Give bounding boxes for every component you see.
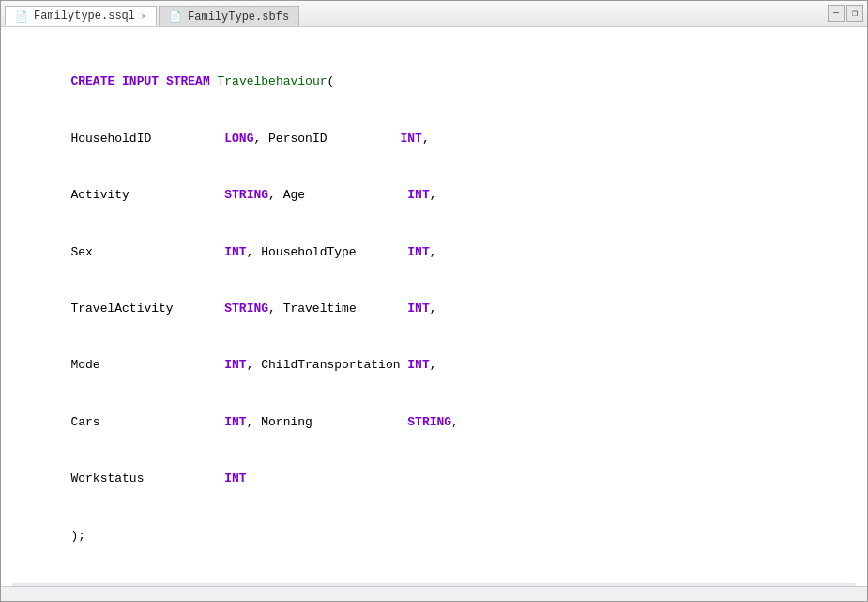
code-line: Workstatus INT — [12, 451, 856, 507]
tab-label-2: FamilyType.sbfs — [188, 10, 289, 23]
title-bar: 📄 Familytype.ssql ✕ 📄 FamilyType.sbfs ─ … — [1, 1, 867, 27]
horizontal-scrollbar[interactable] — [1, 586, 867, 601]
code-line: CREATE STREAM TravelBehaviour AS — [12, 583, 856, 586]
code-line: Activity STRING, Age INT, — [12, 167, 856, 224]
code-line: CREATE INPUT STREAM Travelbehaviour( — [12, 54, 856, 110]
code-line: ); — [12, 508, 856, 564]
restore-button[interactable]: ❐ — [846, 5, 863, 22]
code-line: Sex INT, HouseholdType INT, — [12, 224, 856, 280]
code-line: Cars INT, Morning STRING, — [12, 394, 856, 451]
code-editor[interactable]: CREATE INPUT STREAM Travelbehaviour( Hou… — [1, 27, 867, 586]
code-line — [12, 35, 856, 54]
editor-area: CREATE INPUT STREAM Travelbehaviour( Hou… — [1, 27, 867, 586]
window-controls: ─ ❐ — [828, 5, 863, 22]
tab-bar: 📄 Familytype.ssql ✕ 📄 FamilyType.sbfs — [1, 1, 301, 26]
file-icon: 📄 — [15, 10, 28, 23]
h-scroll-track — [1, 587, 867, 601]
code-line: HouseholdID LONG, PersonID INT, — [12, 111, 856, 167]
tab-familytype-sbfs[interactable]: 📄 FamilyType.sbfs — [159, 6, 299, 26]
code-line: Mode INT, ChildTransportation INT, — [12, 337, 856, 394]
main-window: 📄 Familytype.ssql ✕ 📄 FamilyType.sbfs ─ … — [0, 0, 868, 602]
tab-close-1[interactable]: ✕ — [141, 10, 146, 22]
minimize-button[interactable]: ─ — [828, 5, 845, 22]
code-line — [12, 564, 856, 583]
file-icon-2: 📄 — [169, 10, 182, 23]
code-line: TravelActivity STRING, Traveltime INT, — [12, 281, 856, 337]
tab-familytype-ssql[interactable]: 📄 Familytype.ssql ✕ — [5, 6, 157, 26]
tab-label-1: Familytype.ssql — [34, 9, 135, 23]
